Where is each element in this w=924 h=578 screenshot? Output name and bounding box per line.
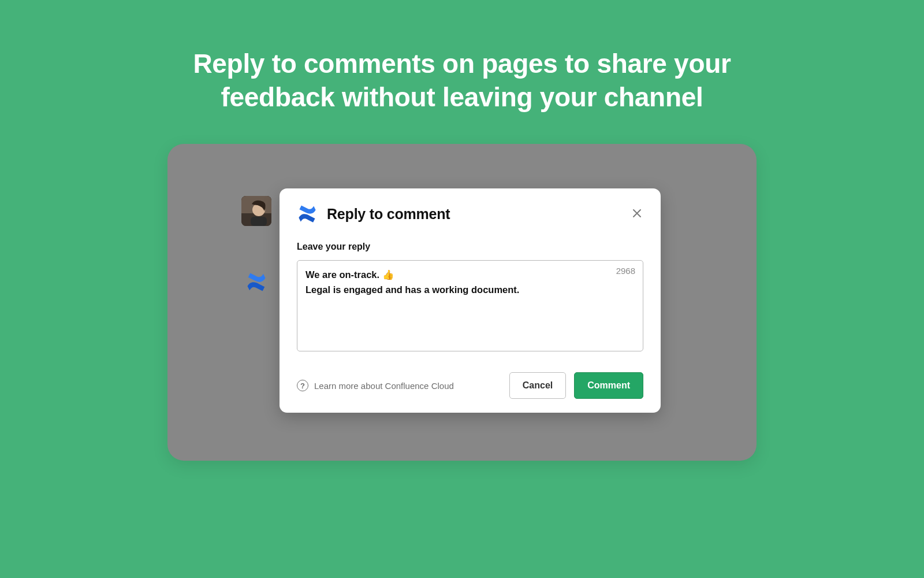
modal-header: Reply to comment <box>297 203 643 224</box>
char-count: 2968 <box>616 266 635 276</box>
close-icon <box>632 209 642 218</box>
footer-actions: Cancel Comment <box>509 372 643 399</box>
page-headline: Reply to comments on pages to share your… <box>139 47 785 114</box>
help-link-label: Learn more about Confluence Cloud <box>314 381 454 391</box>
help-link[interactable]: ? Learn more about Confluence Cloud <box>297 380 454 391</box>
svg-rect-3 <box>251 217 267 226</box>
help-icon: ? <box>297 380 308 391</box>
confluence-icon <box>241 267 271 297</box>
reply-textarea[interactable] <box>297 260 643 351</box>
confluence-icon <box>297 203 318 224</box>
comment-button[interactable]: Comment <box>574 372 643 399</box>
modal-footer: ? Learn more about Confluence Cloud Canc… <box>297 372 643 399</box>
cancel-button[interactable]: Cancel <box>509 372 566 399</box>
reply-modal: Reply to comment Leave your reply 2968 ?… <box>280 188 661 413</box>
reply-field-wrap: 2968 <box>297 260 643 354</box>
avatar <box>241 196 271 226</box>
modal-title: Reply to comment <box>327 206 450 223</box>
reply-field-label: Leave your reply <box>297 242 643 252</box>
screenshot-panel: Reply to comment Leave your reply 2968 ?… <box>167 144 757 461</box>
close-button[interactable] <box>629 206 644 221</box>
